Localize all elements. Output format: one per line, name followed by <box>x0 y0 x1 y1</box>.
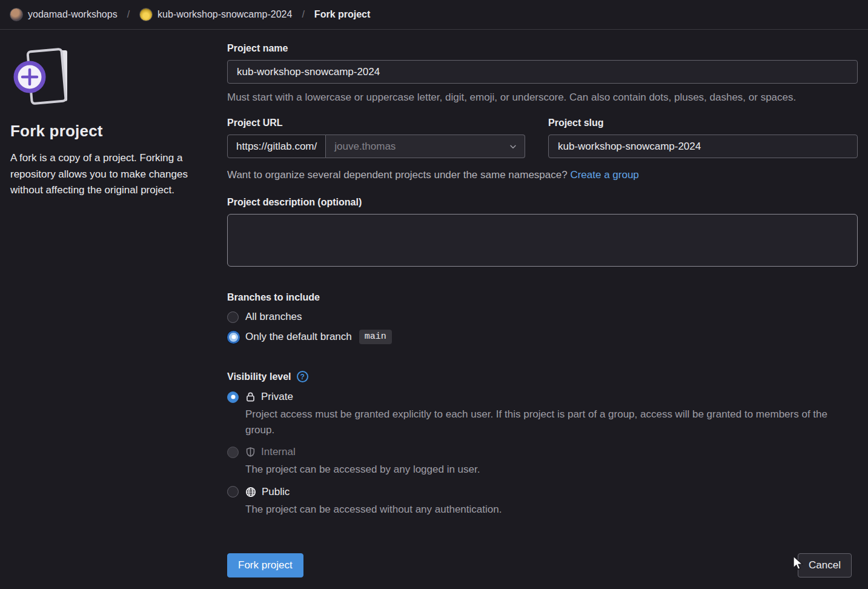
project-name-label: Project name <box>227 43 858 54</box>
visibility-option-description: Project access must be granted explicitl… <box>245 407 830 438</box>
visibility-option-label: Private <box>261 391 293 403</box>
fork-project-button[interactable]: Fork project <box>227 553 303 577</box>
visibility-option-description: The project can be accessed without any … <box>245 502 830 517</box>
lock-icon <box>245 391 256 402</box>
radio-private[interactable] <box>227 391 239 403</box>
visibility-option-private[interactable]: Private Project access must be granted e… <box>227 391 858 438</box>
radio-public[interactable] <box>227 486 239 497</box>
visibility-section-label: Visibility level <box>227 371 291 382</box>
project-slug-label: Project slug <box>548 118 858 128</box>
visibility-option-label: Internal <box>261 446 296 458</box>
radio-internal <box>227 447 239 458</box>
cancel-button[interactable]: Cancel <box>798 553 852 577</box>
project-description-textarea[interactable] <box>227 214 858 267</box>
fork-description-text: A fork is a copy of a project. Forking a… <box>10 150 210 199</box>
breadcrumb: yodamad-workshops / kub-workshop-snowcam… <box>0 0 868 30</box>
breadcrumb-group[interactable]: yodamad-workshops <box>28 9 118 20</box>
visibility-option-label: Public <box>262 486 290 498</box>
project-name-input[interactable] <box>227 60 858 84</box>
create-group-link[interactable]: Create a group <box>570 169 638 181</box>
visibility-option-internal: Internal The project can be accessed by … <box>227 446 858 478</box>
namespace-select[interactable]: jouve.thomas <box>326 135 525 158</box>
branch-option-label: All branches <box>245 311 302 323</box>
project-slug-input[interactable] <box>548 135 858 158</box>
globe-icon <box>245 487 256 497</box>
project-url-prefix: https://gitlab.com/ <box>227 135 326 158</box>
default-branch-badge: main <box>359 330 392 344</box>
branch-option-default[interactable]: Only the default branch main <box>227 330 858 344</box>
radio-default-branch[interactable] <box>227 331 240 344</box>
breadcrumb-project[interactable]: kub-workshop-snowcamp-2024 <box>157 9 292 20</box>
breadcrumb-current-page: Fork project <box>314 9 370 20</box>
project-description-label: Project description (optional) <box>227 197 858 208</box>
branches-section-label: Branches to include <box>227 292 858 303</box>
namespace-help-text: Want to organize several dependent proje… <box>227 169 568 181</box>
project-url-label: Project URL <box>227 118 525 128</box>
fork-info-panel: Fork project A fork is a copy of a proje… <box>10 43 210 577</box>
project-avatar <box>139 8 153 21</box>
group-avatar <box>10 8 23 21</box>
branch-option-all[interactable]: All branches <box>227 311 858 323</box>
branch-option-label: Only the default branch <box>245 331 352 343</box>
visibility-help-icon[interactable]: ? <box>297 371 308 382</box>
radio-all-branches[interactable] <box>227 311 239 323</box>
namespace-selected-value: jouve.thomas <box>334 141 396 153</box>
fork-illustration-icon <box>12 43 75 111</box>
project-name-help-text: Must start with a lowercase or uppercase… <box>227 92 858 104</box>
page-title: Fork project <box>10 122 210 141</box>
breadcrumb-separator: / <box>127 9 130 20</box>
chevron-down-icon <box>509 142 517 151</box>
breadcrumb-separator: / <box>302 9 304 20</box>
visibility-option-description: The project can be accessed by any logge… <box>245 462 830 478</box>
shield-icon <box>245 447 256 458</box>
visibility-option-public[interactable]: Public The project can be accessed witho… <box>227 486 858 517</box>
